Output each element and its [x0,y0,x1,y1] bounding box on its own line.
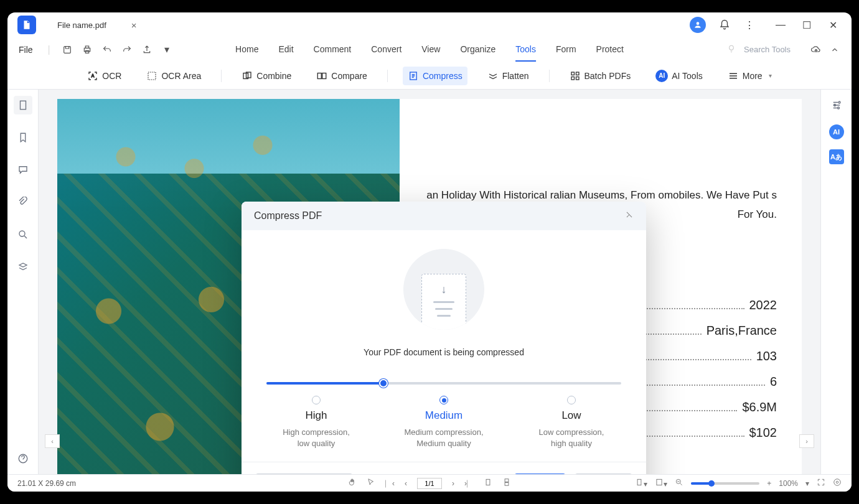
thumbnails-icon[interactable] [14,96,32,114]
dialog-message: Your PDF document is being compressed [364,347,524,357]
zoom-slider[interactable] [691,482,759,485]
fit-page-icon[interactable]: ▾ [655,478,667,488]
radio-low[interactable] [567,396,576,404]
close-window-icon[interactable]: ✕ [827,19,839,31]
share-icon[interactable] [141,44,153,55]
document-tab[interactable]: File name.pdf × [49,15,146,35]
svg-rect-14 [576,72,579,75]
search-tools[interactable]: Search Tools [744,45,791,54]
layers-icon[interactable] [14,258,32,276]
tab-convert[interactable]: Convert [371,38,401,62]
cloud-icon[interactable] [810,44,822,55]
attachment-icon[interactable] [14,193,32,212]
svg-rect-7 [148,72,156,80]
flatten-icon [487,70,499,82]
maximize-icon[interactable]: ☐ [800,19,813,31]
compare-icon [316,70,327,82]
comment-panel-icon[interactable] [14,161,32,179]
cancel-button[interactable]: Cancel [575,474,632,474]
translate-icon[interactable]: Aあ [829,149,844,164]
file-menu[interactable]: File [19,45,33,55]
tool-ocr-area[interactable]: OCR Area [141,67,206,85]
option-high[interactable]: High High compression,low quality [266,396,366,449]
tab-comment[interactable]: Comment [314,38,352,62]
ocr-area-icon [146,70,157,82]
tool-ocr[interactable]: AOCR [82,67,126,85]
app-window: File name.pdf × ⋮ — ☐ ✕ File | ▾ [7,12,852,492]
help-icon[interactable] [14,449,32,468]
user-avatar[interactable] [690,17,706,33]
search-panel-icon[interactable] [14,225,32,244]
more-icon [728,70,739,82]
close-tab-icon[interactable]: × [131,20,137,30]
first-page-icon[interactable]: ⎸‹ [385,479,395,488]
left-sidebar [7,90,39,474]
zoom-out-icon[interactable] [675,478,683,488]
save-icon[interactable] [62,44,73,55]
app-logo [17,16,36,34]
tab-form[interactable]: Form [556,38,576,62]
tool-ai[interactable]: AIAI Tools [650,66,708,86]
scroll-left-button[interactable]: ‹ [45,434,60,448]
svg-point-20 [838,101,840,103]
lightbulb-icon [726,44,736,56]
chevron-up-icon[interactable] [829,44,840,55]
tool-compress[interactable]: Compress [403,67,467,85]
svg-rect-11 [322,73,326,78]
compression-slider[interactable] [266,382,621,385]
fullscreen-icon[interactable] [817,478,825,488]
fit-width-icon[interactable]: ▾ [635,478,647,488]
next-page-icon[interactable]: › [452,479,454,488]
notification-icon[interactable] [718,19,731,31]
hand-tool-icon[interactable] [348,478,357,488]
zoom-level[interactable]: 100% [779,479,798,488]
tab-view[interactable]: View [421,38,440,62]
print-icon[interactable] [82,44,93,55]
bookmark-icon[interactable] [14,128,32,147]
tool-more[interactable]: More▾ [723,67,777,85]
tool-flatten[interactable]: Flatten [482,67,534,85]
ai-sidebar-icon[interactable]: AI [829,124,844,139]
minimize-icon[interactable]: — [774,19,787,31]
single-page-icon[interactable] [484,478,492,488]
select-tool-icon[interactable] [367,478,375,488]
tool-compare[interactable]: Compare [311,67,372,85]
right-sidebar: AI Aあ [820,90,852,474]
read-mode-icon[interactable] [833,478,842,488]
kebab-menu-icon[interactable]: ⋮ [743,19,756,31]
scroll-right-button[interactable]: › [799,434,814,448]
tab-protect[interactable]: Protect [596,38,624,62]
page-input[interactable] [417,478,442,489]
redo-icon[interactable] [121,44,133,55]
tab-home[interactable]: Home [235,38,258,62]
svg-rect-25 [505,483,509,486]
batch-icon [570,70,581,82]
apply-button[interactable]: Apply [514,474,566,474]
undo-icon[interactable] [101,44,113,55]
zoom-in-icon[interactable]: + [767,479,771,488]
slider-thumb[interactable] [379,379,388,388]
last-page-icon[interactable]: ›⎸ [464,479,474,488]
dropdown-icon[interactable]: ▾ [161,44,172,55]
svg-rect-23 [486,479,490,485]
tab-edit[interactable]: Edit [278,38,293,62]
tool-batch[interactable]: Batch PDFs [565,67,636,85]
tab-organize[interactable]: Organize [460,38,495,62]
batch-compress-button[interactable]: Batch Compress [255,474,353,474]
svg-point-18 [19,231,25,236]
option-low[interactable]: Low Low compression,high quality [522,396,621,449]
tool-combine[interactable]: Combine [237,67,296,85]
continuous-page-icon[interactable] [502,478,511,488]
prev-page-icon[interactable]: ‹ [405,479,407,488]
radio-high[interactable] [312,396,321,404]
svg-text:A: A [92,73,95,78]
properties-icon[interactable] [827,96,846,114]
ocr-icon: A [87,70,98,82]
option-medium[interactable]: Medium Medium compression,Medium quality [394,396,494,449]
radio-medium[interactable] [439,396,448,404]
menubar: File | ▾ Home Edit Comment Convert View … [7,37,852,62]
compression-options: High High compression,low quality Medium… [266,396,621,449]
download-arrow-icon: ↓ [441,283,447,296]
dialog-close-icon[interactable] [625,210,634,222]
tab-tools[interactable]: Tools [515,38,536,62]
